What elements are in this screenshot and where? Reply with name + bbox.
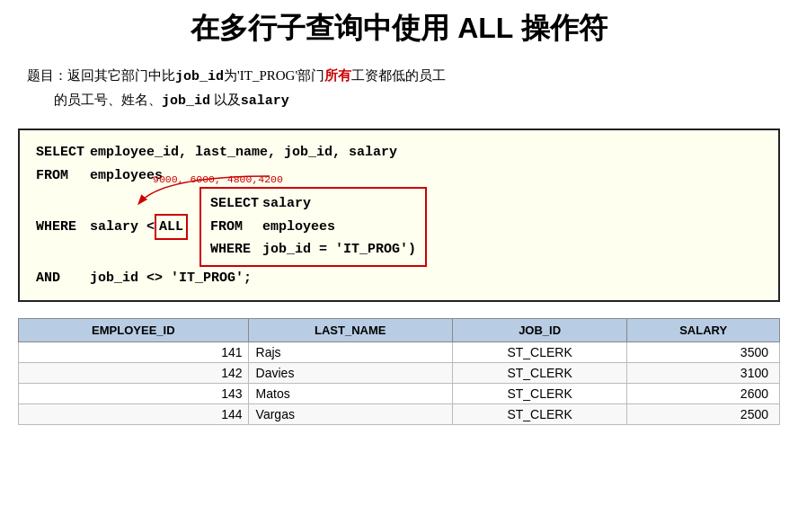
- table-cell: 141: [19, 342, 249, 363]
- sql-salary-lt: salary <: [90, 216, 155, 239]
- table-cell: ST_CLERK: [452, 363, 626, 384]
- table-row: 143MatosST_CLERK2600: [19, 384, 780, 404]
- table-cell: Matos: [248, 384, 452, 404]
- sql-all-keyword: ALL: [155, 214, 188, 241]
- table-cell: 142: [19, 363, 249, 384]
- annotation-label: 9000, 6000, 4800,4200: [153, 171, 283, 189]
- subquery-box: SELECT salary FROM employees WHERE job_i…: [200, 187, 427, 267]
- result-table: EMPLOYEE_ID LAST_NAME JOB_ID SALARY 141R…: [18, 318, 780, 425]
- col-job-id: JOB_ID: [452, 319, 626, 342]
- problem-bold2: job_id: [162, 93, 210, 109]
- table-row: 144VargasST_CLERK2500: [19, 404, 780, 425]
- sql-from-line: FROM employees: [36, 164, 762, 188]
- table-cell: 3100: [627, 363, 780, 384]
- table-header-row: EMPLOYEE_ID LAST_NAME JOB_ID SALARY: [19, 319, 780, 342]
- sql-and-condition: job_id <> 'IT_PROG';: [90, 267, 252, 290]
- problem-bold1: job_id: [175, 69, 224, 84]
- table-body: 141RajsST_CLERK3500142DaviesST_CLERK3100…: [19, 342, 780, 425]
- table-cell: Vargas: [248, 404, 452, 425]
- problem-text3: 工资都低的员工: [351, 68, 446, 83]
- table-cell: ST_CLERK: [452, 342, 626, 363]
- problem-text2: 为'IT_PROG'部门: [224, 68, 324, 83]
- sql-select-line: SELECT employee_id, last_name, job_id, s…: [36, 141, 762, 164]
- problem-line2: 的员工号、姓名、: [54, 93, 162, 107]
- subquery-condition: job_id = 'IT_PROG'): [262, 238, 416, 262]
- sql-where-section: 9000, 6000, 4800,4200 WHERE salary < ALL…: [36, 187, 762, 267]
- problem-red1: 所有: [324, 68, 351, 83]
- table-cell: Rajs: [248, 342, 452, 363]
- sql-from-table: employees: [90, 164, 163, 188]
- subquery-select-col: salary: [262, 192, 311, 216]
- table-cell: 143: [19, 384, 249, 404]
- subquery-from-table: employees: [262, 216, 335, 239]
- problem-prefix: 题目：: [27, 68, 67, 83]
- subquery-from-kw: FROM: [210, 216, 262, 239]
- problem-statement: 题目：返回其它部门中比job_id为'IT_PROG'部门所有工资都低的员工 的…: [18, 65, 780, 112]
- table-cell: 144: [19, 404, 249, 425]
- sql-from-keyword: FROM: [36, 164, 90, 188]
- problem-text4: 以及: [210, 93, 241, 107]
- col-employee-id: EMPLOYEE_ID: [19, 319, 249, 342]
- problem-indent: 的员工号、姓名、job_id 以及salary: [54, 93, 289, 107]
- problem-bold3: salary: [241, 93, 289, 109]
- col-salary: SALARY: [627, 319, 780, 342]
- subquery-where-kw: WHERE: [210, 238, 262, 262]
- col-last-name: LAST_NAME: [248, 319, 452, 342]
- sql-and-keyword: AND: [36, 267, 90, 290]
- table-row: 142DaviesST_CLERK3100: [19, 363, 780, 384]
- table-header: EMPLOYEE_ID LAST_NAME JOB_ID SALARY: [19, 319, 780, 342]
- page-title: 在多行子查询中使用 ALL 操作符: [18, 9, 780, 49]
- sql-select-cols: employee_id, last_name, job_id, salary: [90, 141, 397, 164]
- sql-and-line: AND job_id <> 'IT_PROG';: [36, 267, 762, 290]
- table-cell: ST_CLERK: [452, 384, 626, 404]
- subquery-select-kw: SELECT: [210, 192, 262, 216]
- table-row: 141RajsST_CLERK3500: [19, 342, 780, 363]
- sql-where-keyword: WHERE: [36, 216, 90, 239]
- subquery-select-line: SELECT salary: [210, 192, 416, 216]
- table-cell: 2600: [627, 384, 780, 404]
- sql-select-keyword: SELECT: [36, 141, 90, 164]
- subquery-from-line: FROM employees: [210, 216, 416, 239]
- table-cell: 2500: [627, 404, 780, 425]
- where-line-wrap: 9000, 6000, 4800,4200 WHERE salary < ALL…: [36, 187, 762, 267]
- subquery-where-line: WHERE job_id = 'IT_PROG'): [210, 238, 416, 262]
- problem-text1: 返回其它部门中比: [67, 68, 175, 83]
- table-cell: Davies: [248, 363, 452, 384]
- table-cell: 3500: [627, 342, 780, 363]
- table-cell: ST_CLERK: [452, 404, 626, 425]
- sql-box: SELECT employee_id, last_name, job_id, s…: [18, 129, 780, 302]
